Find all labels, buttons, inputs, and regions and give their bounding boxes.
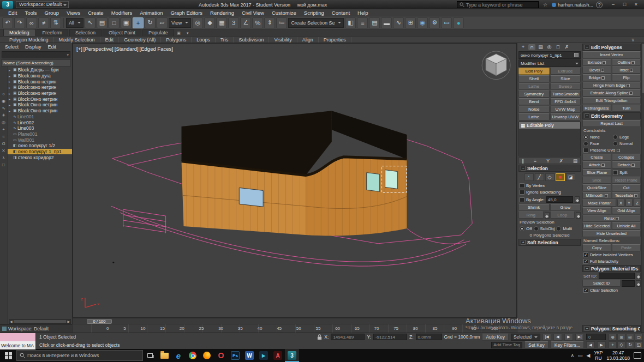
3ds-max-taskbar-icon[interactable]: 3 xyxy=(285,349,299,362)
viewport-menu-style[interactable]: [Standard] xyxy=(115,46,139,52)
scroll-right-icon[interactable]: ▶ xyxy=(67,319,70,323)
ribbon-group-label[interactable]: Align xyxy=(297,37,319,43)
y-coordinate-field[interactable]: -9122,514 xyxy=(373,334,407,340)
ribbon-tab[interactable]: Modeling xyxy=(3,29,35,36)
extrude-along-spline-button[interactable]: Extrude Along Spline xyxy=(582,89,641,96)
opera-icon[interactable]: O xyxy=(214,349,228,362)
select-id-button[interactable]: Select ID xyxy=(582,280,621,287)
modifier-list-dropdown[interactable]: Modifier List xyxy=(518,59,581,67)
split-checkbox[interactable]: Split xyxy=(612,169,641,176)
slice-modifier-button[interactable]: Slice xyxy=(550,75,581,82)
retriangulate-button[interactable]: Retriangulate xyxy=(582,105,611,112)
element-subobject-icon[interactable]: ◪ xyxy=(566,173,575,181)
ribbon-group-label[interactable]: Properties xyxy=(319,37,351,43)
x-coordinate-field[interactable]: 14943,489 xyxy=(331,334,365,340)
menu-item[interactable]: Content xyxy=(328,10,354,16)
make-planar-button[interactable]: Make Planar xyxy=(582,200,616,207)
window-crossing-icon[interactable]: ▣ xyxy=(121,17,132,28)
menu-item[interactable]: Create xyxy=(84,10,108,16)
modify-tab-icon[interactable]: ∩ xyxy=(528,44,535,50)
ribbon-group-label[interactable]: Polygon Modeling xyxy=(4,37,54,43)
viewport-menu-view[interactable]: [Perspective] xyxy=(84,46,114,52)
ribbon-tab[interactable]: Populate xyxy=(142,29,174,36)
scene-explorer-item[interactable]: ▸ ▣ Block:окно нетрин xyxy=(8,85,72,90)
menu-item[interactable]: Tools xyxy=(21,10,40,16)
view-align-button[interactable]: View Align xyxy=(582,207,611,214)
render-production-icon[interactable]: ● xyxy=(453,17,464,28)
explorer-display-bones-icon[interactable]: λ xyxy=(3,155,5,160)
minimize-button[interactable]: – xyxy=(607,1,619,9)
edit-named-selection-sets-icon[interactable]: ≔ xyxy=(276,17,287,28)
snaps-toggle-icon[interactable]: 3 xyxy=(228,17,239,28)
timeline-tick-label[interactable]: 60 xyxy=(335,326,340,331)
scene-explorer-item[interactable]: ∿ Line001 xyxy=(8,114,72,120)
grid-align-button[interactable]: Grid Align xyxy=(612,207,641,214)
attach-button[interactable]: Attach xyxy=(582,161,611,168)
previous-key-button[interactable]: ◀ xyxy=(586,341,595,348)
ribbon-group-label[interactable]: Visibility xyxy=(269,37,297,43)
timeline-tick-label[interactable]: 25 xyxy=(199,326,204,331)
scene-explorer-item[interactable]: ▸ ▣ Block:Окно нетрин xyxy=(8,108,72,114)
go-to-end-button[interactable]: ▶| xyxy=(575,334,584,341)
copy-button[interactable]: Copy xyxy=(582,244,611,251)
timeline-tick-label[interactable]: 35 xyxy=(238,326,243,331)
scroll-thumb[interactable] xyxy=(14,320,67,323)
ribbon-group-label[interactable]: Edit xyxy=(100,37,120,43)
spinner[interactable] xyxy=(575,196,580,203)
turbosmooth-modifier-button[interactable]: TurboSmooth xyxy=(550,90,581,98)
scene-explorer-item[interactable]: ◧ окно полукруг 1_пр1 xyxy=(8,149,72,155)
tessellate-button[interactable]: Tessellate xyxy=(612,192,641,199)
repeat-last-button[interactable]: Repeat Last xyxy=(582,120,641,127)
field-of-view-icon[interactable]: ◇ xyxy=(617,341,625,348)
ring-spinner[interactable] xyxy=(545,212,550,219)
settings-icon[interactable] xyxy=(601,76,605,80)
command-panel-scrollbar[interactable] xyxy=(641,43,644,333)
display-tab-icon[interactable]: □ xyxy=(554,44,562,50)
viewport-menu-shading[interactable]: [Edged Faces] xyxy=(140,46,173,52)
align-icon[interactable]: ≡ xyxy=(357,17,368,28)
scene-explorer-item[interactable]: ◧ окно полукруг 1/2 xyxy=(8,143,72,149)
use-pivot-center-icon[interactable]: ◎ xyxy=(192,17,203,28)
auto-key-button[interactable]: Auto Key xyxy=(482,334,509,341)
border-subobject-icon[interactable]: ◇ xyxy=(545,173,554,181)
remove-modifier-icon[interactable]: ✗ xyxy=(559,158,563,164)
select-and-rotate-icon[interactable]: ↻ xyxy=(145,17,156,28)
scene-explorer-item[interactable]: ∿ Line002 xyxy=(8,119,72,125)
settings-icon[interactable] xyxy=(616,217,619,220)
ribbon-tab[interactable]: Freeform xyxy=(37,29,69,36)
by-vertex-checkbox[interactable]: By Vertex xyxy=(518,183,581,189)
schematic-view-icon[interactable]: ⊞ xyxy=(405,17,416,28)
animate-mode-dropdown[interactable]: Selected xyxy=(511,334,540,341)
set-id-field[interactable] xyxy=(599,273,635,279)
timeline-tick-label[interactable]: 30 xyxy=(218,326,223,331)
menu-item[interactable]: Animation xyxy=(136,10,166,16)
named-selection-sets-dropdown[interactable]: Create Selection Se xyxy=(288,18,344,28)
current-frame-field[interactable]: 0 xyxy=(586,334,606,340)
checkbox-icon[interactable] xyxy=(583,259,588,264)
turn-button[interactable]: Turn xyxy=(612,105,641,112)
settings-icon[interactable] xyxy=(603,61,606,64)
preview-subobj-radio[interactable] xyxy=(534,226,539,231)
relax-button[interactable]: Relax xyxy=(582,215,641,222)
explorer-menu-item[interactable]: Display xyxy=(22,44,44,50)
explorer-display-xrefs-icon[interactable]: X xyxy=(2,148,5,153)
preview-off-radio[interactable] xyxy=(520,226,524,231)
scene-explorer-item[interactable]: ▸ ▣ Block:Дверь — бри xyxy=(8,67,72,73)
time-slider-track[interactable]: 0 / 100 xyxy=(73,318,517,324)
timeline-tick-label[interactable]: 80 xyxy=(413,326,418,331)
word-icon[interactable]: W xyxy=(242,349,257,362)
object-name-field[interactable]: окно полукруг 1_пр1 xyxy=(518,51,581,59)
action-center-icon[interactable] xyxy=(634,352,641,359)
language-indicator[interactable]: УКР RU xyxy=(594,350,603,361)
edit-triangulation-button[interactable]: Edit Triangulation xyxy=(582,97,641,104)
explorer-search-input[interactable]: ▾ xyxy=(2,51,70,58)
settings-icon[interactable] xyxy=(630,69,633,72)
timeline-tick-label[interactable]: 85 xyxy=(433,326,438,331)
listener-pane[interactable]: Welcome to MA xyxy=(0,341,35,349)
collapse-button[interactable]: Collapse xyxy=(612,154,641,161)
scene-explorer-item[interactable]: ▸ ▣ Block:окно дуга xyxy=(8,73,72,79)
3ds-max-logo-icon[interactable]: 3 xyxy=(2,1,13,9)
checkbox-icon[interactable] xyxy=(520,183,524,188)
explorer-display-geometry-icon[interactable]: ◉ xyxy=(2,99,5,104)
outline-button[interactable]: Outline xyxy=(612,59,641,66)
